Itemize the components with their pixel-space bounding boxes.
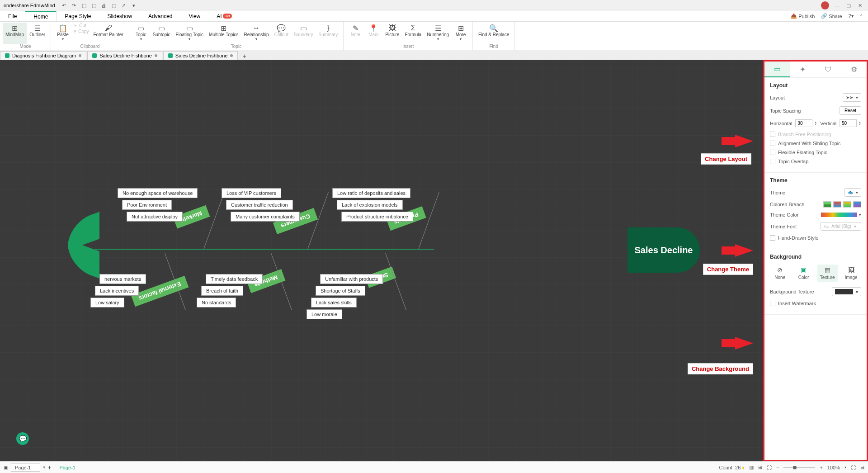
branch-style-4[interactable] [853,201,861,208]
export-button[interactable]: ↗ [120,2,127,9]
add-doctab-button[interactable]: + [239,52,250,60]
sb-view-2[interactable]: ⊞ [758,464,762,470]
zoom-slider[interactable] [783,467,815,468]
numbering-button[interactable]: ☰Numbering▾ [424,23,452,44]
cause-box[interactable]: Product structure imbalance [341,212,413,222]
cause-box[interactable]: Lack sales skills [311,298,357,307]
theme-selector[interactable]: 🐟▾ [844,188,861,197]
topic-overlap-checkbox[interactable] [770,159,775,164]
cause-box[interactable]: Low salary [90,298,124,307]
doctab-1[interactable]: Sales Decline Fishbone [87,51,162,60]
qat-btn-3[interactable]: ⬚ [80,2,88,9]
zoom-out-button[interactable]: − [776,465,779,470]
qat-more[interactable]: ▾ [130,2,137,9]
horizontal-spacing-input[interactable] [795,119,812,127]
sb-view-1[interactable]: ▥ [749,464,754,470]
cause-box[interactable]: Shortage of Staffs [316,286,365,296]
fishbone-head[interactable]: Sales Decline [627,227,700,273]
doctab-0[interactable]: Diagnosis Fishbone Diagram [0,51,86,60]
collapse-ribbon[interactable]: ^ [860,13,863,19]
flex-float-checkbox[interactable] [770,150,775,155]
cause-box[interactable]: Loss of VIP customers [222,188,281,198]
relationship-button[interactable]: ↔Relationship▾ [241,23,272,44]
panel-tab-style[interactable]: ✦ [790,61,816,77]
formula-button[interactable]: ΣFormula [402,23,424,44]
qat-btn-6[interactable]: ⬚ [110,2,118,9]
cause-box[interactable]: Low ratio of deposits and sales [332,188,410,198]
bg-image-button[interactable]: 🖼Image [841,265,862,282]
cause-box[interactable]: Customer traffic reduction [226,200,293,210]
print-button[interactable]: 🖨 [100,2,108,9]
cause-box[interactable]: Breach of faith [201,286,243,296]
help-button[interactable]: ?▾ [849,13,854,19]
cause-box[interactable]: No standards [197,298,236,307]
find-replace-button[interactable]: 🔍Find & Replace [476,23,512,44]
sb-btn-last[interactable]: ⊟ [860,464,864,470]
bg-texture-button[interactable]: ▦Texture [817,265,838,282]
cause-box[interactable]: Lack incentives [95,286,139,296]
redo-button[interactable]: ↷ [71,2,78,9]
reset-spacing-button[interactable]: Reset [840,106,861,115]
sb-fit[interactable]: ⛶ [767,465,772,470]
cause-box[interactable]: Unfamiliar with products [320,274,383,284]
doctab-2[interactable]: Sales Decline Fishbone [163,51,238,60]
share-button[interactable]: 🔗 Share [821,13,842,19]
panel-tab-settings[interactable]: ⚙ [841,61,867,77]
page-panel-toggle[interactable]: ▣ [4,464,8,470]
support-chat-button[interactable]: 💬 [16,432,29,445]
outliner-mode-button[interactable]: ☰Outliner [27,23,48,44]
cause-box[interactable]: nervous markets [99,274,146,284]
subtopic-button[interactable]: ▭Subtopic [150,23,173,44]
undo-button[interactable]: ↶ [61,2,68,9]
menu-file[interactable]: File [0,11,25,21]
page-tab[interactable]: Page-1 [53,465,81,470]
menu-advanced[interactable]: Advanced [140,11,180,21]
cause-box[interactable]: Many customer complaints [231,212,300,222]
canvas[interactable]: Sales Decline MarketsNo enough space of … [0,60,763,461]
cause-box[interactable]: Timely data feedback [206,274,263,284]
multiple-topics-button[interactable]: ⊞Multiple Topics [206,23,241,44]
mark-button[interactable]: 📍Mark [364,23,382,44]
zoom-in-button[interactable]: + [820,465,822,470]
watermark-checkbox[interactable] [770,301,775,306]
layout-selector[interactable]: ➤➤▾ [843,93,861,102]
panel-tab-security[interactable]: 🛡 [816,61,841,77]
vertical-spacing-input[interactable] [840,119,857,127]
panel-tab-page[interactable]: ▭ [764,61,790,77]
branch-style-3[interactable] [843,201,851,208]
maximize-button[interactable]: ▢ [846,3,853,9]
cause-box[interactable]: No enough space of warehouse [118,188,198,198]
cut-button[interactable]: ✂Cut [72,23,90,28]
more-button[interactable]: ⊞More▾ [452,23,470,44]
mindmap-mode-button[interactable]: ⊞MindMap [3,23,27,44]
copy-button[interactable]: ⎘Copy [72,28,90,34]
topic-button[interactable]: ▭Topic▾ [132,23,150,44]
picture-button[interactable]: 🖼Picture [382,23,402,44]
menu-slideshow[interactable]: Slideshow [99,11,140,21]
menu-page-style[interactable]: Page Style [57,11,99,21]
cause-box[interactable]: Lack of explosion models [337,200,403,210]
menu-ai[interactable]: AIHot [208,11,240,21]
branch-style-1[interactable] [823,201,831,208]
add-page-button[interactable]: + [46,464,53,471]
cause-box[interactable]: Poor Environment [122,200,172,210]
boundary-button[interactable]: ▭Boundary [291,23,316,44]
note-button[interactable]: ✎Note [346,23,364,44]
h-spinner[interactable]: ▲▼ [814,121,817,126]
cause-box[interactable]: Not attractive display [127,212,183,222]
bg-color-button[interactable]: ▣Color [794,265,814,282]
theme-color-picker[interactable] [821,213,857,217]
page-selector[interactable]: Page-1 [11,464,40,472]
theme-font-selector[interactable]: AaArial (Big)▾ [821,222,861,231]
fullscreen-button[interactable]: ⛶ [851,465,856,470]
qat-btn-4[interactable]: ⬚ [90,2,98,9]
menu-view[interactable]: View [180,11,208,21]
publish-button[interactable]: 📤 Publish [791,13,815,19]
minimize-button[interactable]: — [835,3,841,8]
menu-home[interactable]: Home [25,11,57,21]
format-painter-button[interactable]: 🖌Format Painter [91,23,126,44]
close-button[interactable]: ✕ [858,3,864,9]
hand-drawn-checkbox[interactable] [770,235,775,241]
paste-button[interactable]: 📋Paste▾ [54,23,72,44]
floating-topic-button[interactable]: ▭Floating Topic▾ [173,23,207,44]
